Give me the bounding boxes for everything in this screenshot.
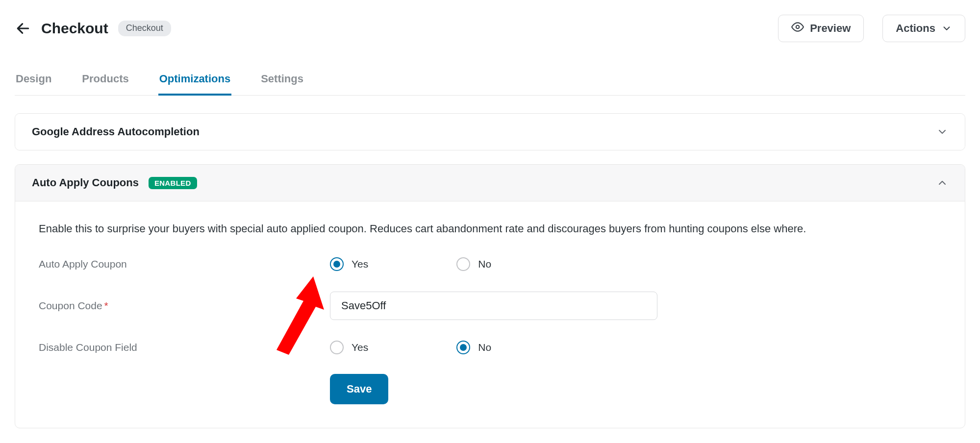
radio-circle-icon [330,341,344,354]
back-arrow-icon[interactable] [15,20,31,37]
radio-circle-icon [456,257,470,271]
panel-auto-apply-coupons: Auto Apply Coupons ENABLED Enable this t… [15,164,965,428]
radio-label-no: No [478,342,491,353]
radio-label-no: No [478,258,491,270]
auto-apply-coupon-label: Auto Apply Coupon [39,258,330,270]
tab-design[interactable]: Design [15,65,52,95]
coupon-code-label: Coupon Code* [39,300,330,312]
disable-field-yes-radio[interactable]: Yes [330,341,368,354]
panel-auto-apply-coupons-title: Auto Apply Coupons [32,176,139,189]
chevron-down-icon [941,23,952,34]
preview-label: Preview [810,22,851,35]
page-title: Checkout [41,20,108,37]
radio-label-yes: Yes [352,258,368,270]
radio-label-yes: Yes [352,342,368,353]
preview-button[interactable]: Preview [778,15,864,42]
context-badge: Checkout [118,21,171,36]
panel-auto-apply-coupons-toggle[interactable]: Auto Apply Coupons ENABLED [15,165,965,201]
radio-circle-icon [330,257,344,271]
auto-apply-no-radio[interactable]: No [456,257,491,271]
disable-field-no-radio[interactable]: No [456,341,491,354]
panel-description: Enable this to surprise your buyers with… [39,221,941,237]
save-button[interactable]: Save [330,374,388,404]
actions-label: Actions [896,22,935,35]
coupon-code-input[interactable] [330,292,657,320]
disable-coupon-field-label: Disable Coupon Field [39,342,330,353]
chevron-down-icon [936,126,948,138]
chevron-up-icon [936,177,948,189]
enabled-badge: ENABLED [149,177,197,189]
tab-bar: Design Products Optimizations Settings [15,65,965,96]
tab-optimizations[interactable]: Optimizations [158,65,231,95]
eye-icon [791,21,804,36]
panel-google-address: Google Address Autocompletion [15,113,965,150]
panel-google-address-toggle[interactable]: Google Address Autocompletion [15,114,965,150]
radio-circle-icon [456,341,470,354]
tab-settings[interactable]: Settings [260,65,304,95]
panel-google-address-title: Google Address Autocompletion [32,125,200,138]
tab-products[interactable]: Products [81,65,129,95]
svg-point-1 [796,25,800,29]
actions-button[interactable]: Actions [882,15,965,42]
auto-apply-yes-radio[interactable]: Yes [330,257,368,271]
required-asterisk: * [104,300,108,311]
